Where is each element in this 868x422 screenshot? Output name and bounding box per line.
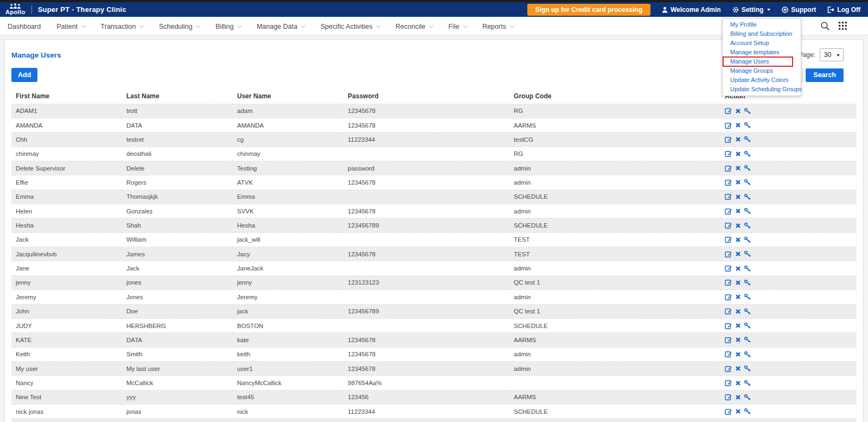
edit-icon[interactable] — [725, 379, 732, 387]
key-icon[interactable] — [744, 236, 751, 243]
edit-icon[interactable] — [725, 236, 732, 243]
key-icon[interactable] — [744, 165, 751, 172]
cell-group-code: SCHEDULE — [509, 318, 720, 332]
delete-icon[interactable] — [735, 251, 741, 257]
delete-icon[interactable] — [735, 108, 741, 114]
edit-icon[interactable] — [725, 107, 732, 115]
setting-menu-item-billing-and-subscription[interactable]: Billing and Subscription — [723, 29, 801, 39]
key-icon[interactable] — [744, 207, 751, 215]
key-icon[interactable] — [744, 351, 751, 358]
delete-icon[interactable] — [735, 308, 741, 314]
edit-icon[interactable] — [725, 293, 732, 301]
key-icon[interactable] — [744, 293, 751, 300]
add-button[interactable]: Add — [11, 68, 37, 82]
delete-icon[interactable] — [735, 122, 741, 128]
setting-menu-item-manage-users[interactable]: Manage Users — [723, 57, 801, 66]
nav-item-reconcile[interactable]: Reconcile — [395, 23, 432, 30]
key-icon[interactable] — [744, 408, 751, 415]
edit-icon[interactable] — [725, 322, 732, 330]
apps-grid-icon[interactable] — [839, 22, 847, 30]
delete-icon[interactable] — [735, 136, 741, 142]
cell-password: 12345678 — [343, 118, 509, 132]
nav-item-file[interactable]: File — [448, 23, 467, 30]
delete-icon[interactable] — [735, 294, 741, 300]
delete-icon[interactable] — [735, 179, 741, 185]
apollo-logo[interactable]: Apollo — [5, 3, 25, 15]
key-icon[interactable] — [744, 308, 751, 315]
key-icon[interactable] — [744, 193, 751, 200]
nav-item-manage-data[interactable]: Manage Data — [257, 23, 305, 30]
delete-icon[interactable] — [735, 151, 741, 157]
delete-icon[interactable] — [735, 337, 741, 343]
setting-menu-item-update-scheduling-groups[interactable]: Update Scheduling Groups — [723, 85, 801, 94]
setting-menu-item-manage-groups[interactable]: Manage Groups — [723, 66, 801, 75]
key-icon[interactable] — [744, 380, 751, 387]
key-icon[interactable] — [744, 222, 751, 229]
cell-user-name: Jacy — [233, 247, 343, 261]
edit-icon[interactable] — [725, 336, 732, 344]
delete-icon[interactable] — [735, 351, 741, 357]
logoff-button[interactable]: Log Off — [827, 6, 860, 14]
support-button[interactable]: Support — [782, 6, 816, 14]
nav-item-dashboard[interactable]: Dashboard — [8, 23, 41, 30]
edit-icon[interactable] — [725, 193, 732, 200]
edit-icon[interactable] — [725, 307, 732, 315]
nav-item-billing[interactable]: Billing — [215, 23, 241, 30]
nav-item-reports[interactable]: Reports — [482, 23, 513, 30]
setting-menu-item-manage-templates[interactable]: Manage templates — [723, 48, 801, 57]
delete-icon[interactable] — [735, 380, 741, 386]
key-icon[interactable] — [744, 136, 751, 143]
credit-card-signup-button[interactable]: Sign up for Credit card processing — [527, 4, 650, 16]
cell-user-name: jack — [233, 304, 343, 318]
nav-item-specific-activities[interactable]: Specific Activities — [321, 23, 380, 30]
key-icon[interactable] — [744, 250, 751, 257]
edit-icon[interactable] — [725, 365, 732, 373]
key-icon[interactable] — [744, 265, 751, 272]
records-per-page-select[interactable]: 30 — [820, 49, 843, 61]
key-icon[interactable] — [744, 108, 751, 115]
edit-icon[interactable] — [725, 165, 732, 172]
edit-icon[interactable] — [725, 179, 732, 186]
key-icon[interactable] — [744, 336, 751, 343]
key-icon[interactable] — [744, 150, 751, 158]
key-icon[interactable] — [744, 365, 751, 372]
delete-icon[interactable] — [735, 266, 741, 272]
setting-menu-item-account-setup[interactable]: Account Setup — [723, 39, 801, 48]
key-icon[interactable] — [744, 179, 751, 186]
key-icon[interactable] — [744, 122, 751, 129]
delete-icon[interactable] — [735, 237, 741, 243]
edit-icon[interactable] — [725, 207, 732, 215]
nav-item-scheduling[interactable]: Scheduling — [159, 23, 200, 30]
edit-icon[interactable] — [725, 150, 732, 158]
edit-icon[interactable] — [725, 122, 732, 129]
edit-icon[interactable] — [725, 350, 732, 358]
table-row: JacquilinevbvbJamesJacy12345678TEST — [11, 247, 856, 261]
delete-icon[interactable] — [735, 223, 741, 229]
edit-icon[interactable] — [725, 279, 732, 286]
setting-menu-item-update-activity-colors[interactable]: Update Activity Colors — [723, 75, 801, 85]
edit-icon[interactable] — [725, 250, 732, 258]
search-button[interactable]: Search — [806, 68, 844, 82]
welcome-admin-menu[interactable]: Welcome Admin — [662, 6, 721, 14]
search-icon[interactable] — [820, 21, 830, 31]
edit-icon[interactable] — [725, 393, 732, 401]
edit-icon[interactable] — [725, 408, 732, 415]
nav-item-patient[interactable]: Patient — [56, 23, 85, 30]
delete-icon[interactable] — [735, 323, 741, 329]
delete-icon[interactable] — [735, 394, 741, 400]
delete-icon[interactable] — [735, 408, 741, 414]
edit-icon[interactable] — [725, 136, 732, 143]
edit-icon[interactable] — [725, 222, 732, 229]
setting-menu-item-my-profile[interactable]: My Profile — [723, 20, 801, 29]
delete-icon[interactable] — [735, 366, 741, 371]
key-icon[interactable] — [744, 279, 751, 286]
delete-icon[interactable] — [735, 165, 741, 171]
key-icon[interactable] — [744, 322, 751, 329]
edit-icon[interactable] — [725, 264, 732, 272]
delete-icon[interactable] — [735, 208, 741, 214]
delete-icon[interactable] — [735, 280, 741, 286]
nav-item-transaction[interactable]: Transaction — [101, 23, 143, 30]
key-icon[interactable] — [744, 394, 751, 401]
setting-menu-button[interactable]: Setting — [732, 6, 771, 14]
delete-icon[interactable] — [735, 194, 741, 200]
